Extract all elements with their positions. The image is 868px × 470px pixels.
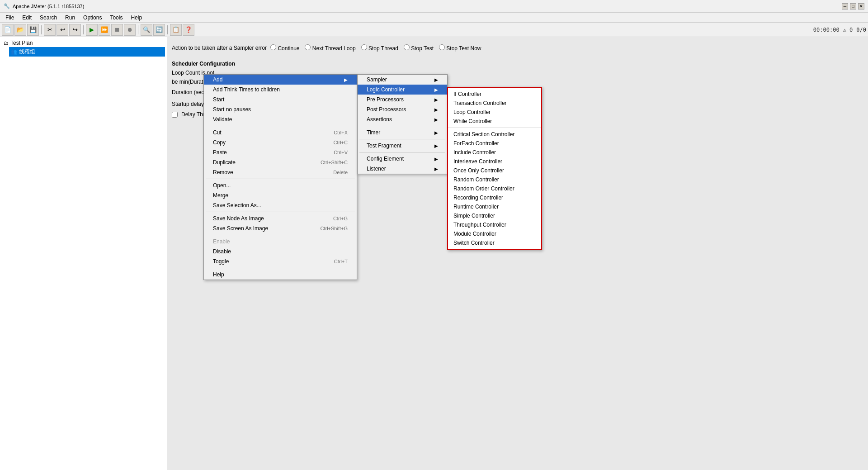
save-button[interactable]: 💾 [27, 24, 39, 36]
ctx-timer-label: Timer [367, 129, 380, 136]
lc-loop-controller[interactable]: Loop Controller [448, 108, 541, 117]
menu-tools[interactable]: Tools [106, 14, 126, 22]
main-area: 🗂 Test Plan 👥 线程组 北京-宏哥 Action to be tak… [0, 37, 868, 470]
action-label: Action to be taken after a Sampler error [172, 45, 267, 51]
title-bar-left: 🔧 Apache JMeter (5.1.1 r1855137) [4, 3, 84, 9]
help-toolbar-button[interactable]: ❓ [183, 24, 194, 36]
ctx-assertions-label: Assertions [367, 116, 392, 123]
thread-group-icon: 👥 [11, 49, 17, 55]
lc-simple-controller[interactable]: Simple Controller [448, 211, 541, 220]
ctx-sampler-label: Sampler [367, 76, 387, 83]
menu-file[interactable]: File [2, 14, 18, 22]
ctx-help[interactable]: Help [204, 270, 357, 280]
ctx-add-think-times[interactable]: Add Think Times to children [204, 85, 357, 95]
radio-continue[interactable] [270, 44, 276, 50]
lc-throughput-controller[interactable]: Throughput Controller [448, 220, 541, 229]
ctx-sampler[interactable]: Sampler ▶ [358, 75, 447, 85]
ctx-copy[interactable]: Copy Ctrl+C [204, 138, 357, 147]
lc-runtime-controller[interactable]: Runtime Controller [448, 202, 541, 211]
lc-random-order-controller[interactable]: Random Order Controller [448, 184, 541, 193]
tree-panel: 🗂 Test Plan 👥 线程组 [0, 37, 167, 470]
lc-switch-controller[interactable]: Switch Controller [448, 238, 541, 247]
ctx-remove[interactable]: Remove Delete [204, 167, 357, 177]
start-no-pause-button[interactable]: ⏩ [99, 24, 110, 36]
new-button[interactable]: 📄 [2, 24, 14, 36]
tree-item-test-plan[interactable]: 🗂 Test Plan [2, 39, 165, 47]
ctx-timer[interactable]: Timer ▶ [358, 128, 447, 138]
title-bar-controls[interactable]: ─ □ ✕ [842, 3, 864, 9]
ctx-save-node-image[interactable]: Save Node As Image Ctrl+G [204, 214, 357, 223]
ctx-duplicate-label: Duplicate [213, 159, 236, 166]
ctx-post-processors-label: Post Processors [367, 106, 406, 113]
search-toolbar-button[interactable]: 🔍 [141, 24, 152, 36]
ctx-test-fragment-arrow: ▶ [434, 143, 438, 148]
toolbar-btn-3[interactable]: ↪ [69, 24, 81, 36]
ctx-assertions[interactable]: Assertions ▶ [358, 114, 447, 124]
ctx-pre-processors[interactable]: Pre Processors ▶ [358, 95, 447, 104]
lc-transaction-controller[interactable]: Transaction Controller [448, 99, 541, 108]
ctx-add[interactable]: Add ▶ [204, 75, 357, 85]
ctx-help-label: Help [213, 271, 224, 278]
radio-next-thread[interactable] [305, 44, 311, 50]
ctx-logic-controller[interactable]: Logic Controller ▶ [358, 85, 447, 95]
lc-random-controller[interactable]: Random Controller [448, 175, 541, 184]
ctx-start-no-pauses[interactable]: Start no pauses [204, 104, 357, 114]
menu-bar: File Edit Search Run Options Tools Help [0, 13, 868, 23]
radio-stop-test[interactable] [404, 44, 410, 50]
ctx-duplicate[interactable]: Duplicate Ctrl+Shift+C [204, 157, 357, 167]
ctx-cut[interactable]: Cut Ctrl+X [204, 128, 357, 138]
ctx-open[interactable]: Open... [204, 180, 357, 190]
menu-edit[interactable]: Edit [19, 14, 35, 22]
lc-while-controller[interactable]: While Controller [448, 117, 541, 126]
lc-if-controller[interactable]: If Controller [448, 90, 541, 99]
ctx-disable[interactable]: Disable [204, 247, 357, 256]
lc-module-controller[interactable]: Module Controller [448, 229, 541, 238]
ctx-test-fragment[interactable]: Test Fragment ▶ [358, 141, 447, 151]
menu-options[interactable]: Options [80, 14, 105, 22]
tree-item-thread-group[interactable]: 👥 线程组 [9, 47, 165, 57]
menu-run[interactable]: Run [61, 14, 79, 22]
lc-include-controller[interactable]: Include Controller [448, 148, 541, 157]
menu-search[interactable]: Search [36, 14, 61, 22]
ctx-save-selection[interactable]: Save Selection As... [204, 200, 357, 210]
ctx-test-fragment-label: Test Fragment [367, 142, 401, 149]
timer-display: 00:00:00 ⚠ 0 0/0 [813, 27, 866, 33]
ctx-validate[interactable]: Validate [204, 114, 357, 124]
toolbar-btn-2[interactable]: ↩ [57, 24, 68, 36]
open-button[interactable]: 📂 [14, 24, 26, 36]
ctx-save-screen-image[interactable]: Save Screen As Image Ctrl+Shift+G [204, 223, 357, 233]
ctx-listener[interactable]: Listener ▶ [358, 164, 447, 174]
reset-button[interactable]: 🔄 [153, 24, 165, 36]
restore-button[interactable]: □ [850, 3, 856, 9]
shutdown-button[interactable]: ⏺ [124, 24, 136, 36]
lc-recording-controller[interactable]: Recording Controller [448, 193, 541, 202]
delay-thread-checkbox[interactable] [172, 112, 178, 118]
lc-interleave-controller[interactable]: Interleave Controller [448, 157, 541, 166]
ctx-merge[interactable]: Merge [204, 190, 357, 200]
radio-stop-thread[interactable] [361, 44, 367, 50]
lc-critical-section-controller[interactable]: Critical Section Controller [448, 130, 541, 139]
ctx-post-processors[interactable]: Post Processors ▶ [358, 104, 447, 114]
ctx-add-label: Add [213, 76, 222, 83]
ctx-config-element[interactable]: Config Element ▶ [358, 154, 447, 164]
stop-button[interactable]: ⏹ [111, 24, 123, 36]
toolbar-separator-4 [167, 25, 168, 34]
action-radio-group[interactable]: Continue Next Thread Loop Stop Thread St… [270, 44, 481, 52]
ctx-post-processors-arrow: ▶ [434, 107, 438, 112]
ctx-pre-processors-arrow: ▶ [434, 97, 438, 102]
minimize-button[interactable]: ─ [842, 3, 848, 9]
ctx-toggle[interactable]: Toggle Ctrl+T [204, 256, 357, 266]
ctx-config-element-arrow: ▶ [434, 157, 438, 161]
content-panel: 北京-宏哥 Action to be taken after a Sampler… [167, 37, 868, 470]
lc-foreach-controller[interactable]: ForEach Controller [448, 139, 541, 148]
run-button[interactable]: ▶ [86, 24, 98, 36]
close-button[interactable]: ✕ [858, 3, 864, 9]
templates-button[interactable]: 📋 [170, 24, 182, 36]
ctx-start[interactable]: Start [204, 95, 357, 104]
radio-stop-test-now[interactable] [439, 44, 445, 50]
clear-button[interactable]: ✂ [44, 24, 56, 36]
lc-once-only-controller[interactable]: Once Only Controller [448, 166, 541, 175]
menu-help[interactable]: Help [127, 14, 146, 22]
toolbar-separator-2 [83, 25, 84, 34]
ctx-paste[interactable]: Paste Ctrl+V [204, 147, 357, 157]
